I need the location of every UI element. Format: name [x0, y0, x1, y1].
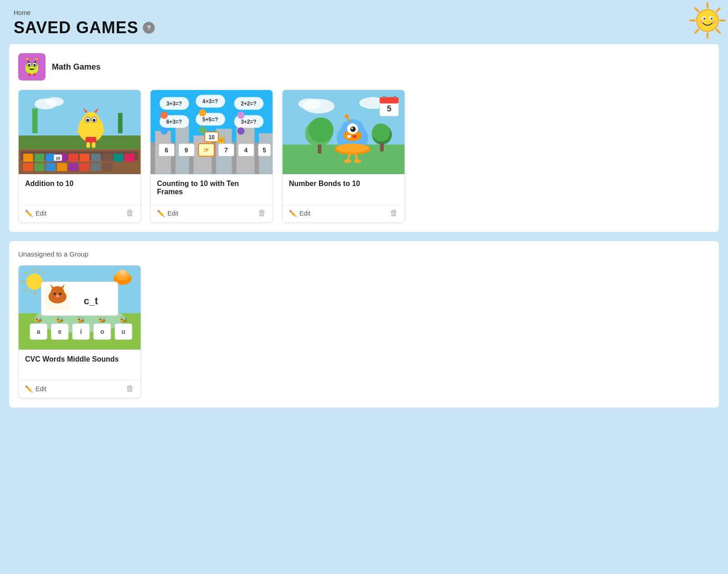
- svg-rect-49: [35, 154, 45, 162]
- game-thumbnail-cvc[interactable]: c_t a e i o u 🐝 🐝 🐝 🐝: [19, 266, 141, 350]
- svg-rect-32: [19, 136, 141, 149]
- svg-rect-56: [113, 154, 123, 162]
- svg-point-36: [82, 112, 100, 132]
- svg-point-164: [59, 292, 61, 295]
- svg-point-123: [372, 123, 390, 141]
- svg-point-117: [394, 96, 396, 99]
- game-actions-bonds: ✏️ Edit 🗑: [283, 204, 404, 222]
- svg-point-130: [351, 127, 353, 129]
- svg-rect-46: [86, 142, 90, 148]
- delete-button-counting[interactable]: 🗑: [258, 208, 266, 218]
- svg-rect-66: [91, 163, 101, 171]
- svg-line-3: [717, 30, 720, 33]
- svg-point-29: [46, 97, 64, 106]
- svg-rect-64: [68, 163, 78, 171]
- svg-point-22: [26, 58, 29, 60]
- svg-point-139: [344, 160, 351, 163]
- svg-point-120: [308, 117, 334, 143]
- svg-text:5+5=?: 5+5=?: [202, 116, 218, 123]
- games-grid: 19 Addition to 10 ✏️ Edit: [18, 90, 710, 223]
- svg-rect-61: [35, 163, 45, 171]
- game-title-cvc: CVC Words Middle Sounds: [25, 355, 134, 375]
- title-row: SAVED GAMES ?: [14, 18, 714, 37]
- svg-line-1: [717, 8, 720, 11]
- svg-line-7: [695, 8, 698, 11]
- svg-point-91: [161, 127, 168, 135]
- svg-point-24: [35, 58, 38, 60]
- svg-rect-65: [80, 163, 90, 171]
- svg-text:5: 5: [263, 146, 266, 154]
- svg-point-14: [712, 20, 716, 24]
- svg-rect-57: [125, 154, 135, 162]
- svg-rect-63: [57, 163, 67, 171]
- unassigned-section: Unassigned to a Group: [9, 241, 719, 408]
- game-thumbnail-addition[interactable]: 19: [19, 90, 141, 174]
- svg-rect-48: [23, 154, 33, 162]
- delete-button-bonds[interactable]: 🗑: [390, 208, 398, 218]
- svg-text:a: a: [37, 328, 40, 335]
- svg-text:e: e: [58, 328, 61, 335]
- svg-point-11: [703, 18, 705, 20]
- svg-rect-132: [353, 135, 356, 138]
- svg-point-116: [383, 96, 385, 99]
- game-actions-addition: ✏️ Edit 🗑: [19, 204, 141, 222]
- svg-text:o: o: [100, 328, 104, 335]
- page-header: Home SAVED GAMES ?: [0, 0, 728, 44]
- svg-text:6+3=?: 6+3=?: [166, 119, 182, 125]
- svg-point-134: [345, 114, 349, 118]
- game-actions-cvc: ✏️ Edit 🗑: [19, 380, 141, 398]
- svg-rect-47: [92, 142, 96, 148]
- svg-point-20: [34, 64, 36, 66]
- svg-rect-54: [91, 154, 101, 162]
- svg-rect-25: [28, 73, 30, 76]
- sun-decoration: [687, 0, 728, 41]
- svg-text:7: 7: [224, 146, 228, 154]
- svg-point-129: [350, 126, 356, 132]
- edit-button-counting[interactable]: ✏️ Edit: [157, 210, 178, 217]
- edit-button-bonds[interactable]: ✏️ Edit: [289, 210, 310, 217]
- svg-point-89: [199, 109, 206, 116]
- game-info-cvc: CVC Words Middle Sounds: [19, 350, 141, 375]
- svg-rect-31: [118, 113, 122, 133]
- edit-label: Edit: [167, 210, 178, 217]
- svg-text:u: u: [121, 328, 125, 335]
- svg-text:4+3=?: 4+3=?: [202, 98, 218, 105]
- svg-text:3+3=?: 3+3=?: [166, 101, 182, 107]
- game-thumbnail-counting[interactable]: 3+3=? 4+3=? 2+2=? 6+3=? 5+5=? 3+2=?: [151, 90, 273, 174]
- game-thumbnail-bonds[interactable]: 5: [283, 90, 404, 174]
- svg-text:10: 10: [208, 134, 215, 141]
- svg-point-163: [53, 292, 56, 295]
- delete-button-cvc[interactable]: 🗑: [126, 384, 134, 393]
- game-info-bonds: Number Bonds to 10: [283, 174, 404, 200]
- svg-text:☞: ☞: [203, 146, 209, 154]
- game-actions-counting: ✏️ Edit 🗑: [151, 204, 273, 222]
- svg-point-8: [697, 10, 718, 31]
- delete-button-addition[interactable]: 🗑: [126, 208, 134, 218]
- svg-rect-121: [318, 145, 321, 154]
- game-card-counting: 3+3=? 4+3=? 2+2=? 6+3=? 5+5=? 3+2=?: [150, 90, 273, 223]
- edit-icon: ✏️: [25, 210, 33, 217]
- svg-point-13: [699, 20, 703, 24]
- edit-button-addition[interactable]: ✏️ Edit: [25, 210, 46, 217]
- svg-text:🐝: 🐝: [77, 316, 85, 324]
- edit-label: Edit: [35, 385, 46, 393]
- svg-point-90: [238, 111, 245, 119]
- help-icon[interactable]: ?: [143, 22, 155, 34]
- svg-text:19: 19: [56, 156, 60, 161]
- svg-rect-26: [33, 73, 35, 76]
- math-games-section: Math Games: [9, 44, 719, 232]
- svg-rect-60: [23, 163, 33, 171]
- game-info-addition: Addition to 10: [19, 174, 141, 200]
- breadcrumb[interactable]: Home: [14, 9, 714, 16]
- svg-point-12: [711, 18, 713, 20]
- svg-text:9: 9: [185, 146, 188, 154]
- edit-button-cvc[interactable]: ✏️ Edit: [25, 385, 46, 393]
- edit-label: Edit: [299, 210, 310, 217]
- svg-point-39: [86, 119, 89, 121]
- svg-text:2+2=?: 2+2=?: [241, 101, 256, 107]
- svg-point-136: [336, 144, 369, 153]
- group-header: Math Games: [18, 53, 710, 81]
- svg-rect-67: [102, 163, 112, 171]
- game-title-counting: Counting to 10 with Ten Frames: [157, 180, 266, 200]
- edit-icon: ✏️: [157, 210, 165, 217]
